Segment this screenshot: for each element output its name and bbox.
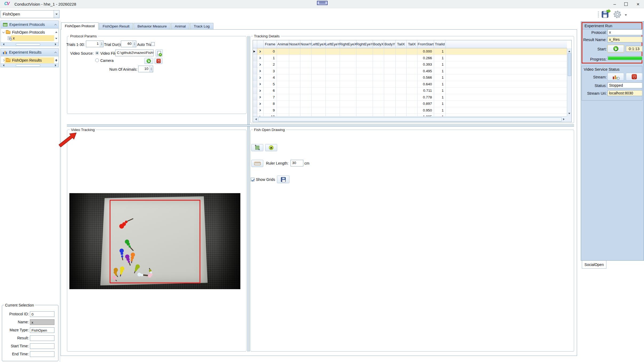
spinner-buttons[interactable] [133, 41, 136, 47]
ruler-button[interactable] [251, 160, 263, 167]
grid-cell[interactable] [340, 94, 356, 101]
run-protocol-field[interactable]: x [607, 29, 642, 35]
grid-cell[interactable]: 5 [264, 81, 277, 88]
grid-cell[interactable]: 4 [264, 74, 277, 81]
grid-cell[interactable] [277, 107, 289, 114]
grid-column-header[interactable]: RightEyeY [356, 40, 373, 48]
protocols-panel-header[interactable]: Experiment Protocols [1, 21, 58, 29]
grid-cell[interactable] [384, 87, 396, 94]
tree-node-fishopen-protocols[interactable]: FishOpen Protocols [1, 29, 58, 35]
grid-column-header[interactable]: TrialId [434, 40, 446, 48]
tree-node-x[interactable]: x [1, 35, 58, 41]
grid-cell[interactable] [289, 107, 300, 114]
grid-cell[interactable] [326, 68, 340, 75]
ruler-length-input[interactable]: 30 [291, 160, 303, 166]
row-selector-cell[interactable] [253, 87, 257, 94]
grid-cell[interactable]: 1 [434, 94, 446, 101]
selection-row-field[interactable]: 0 [30, 311, 54, 317]
run-result-name-field[interactable]: x_Res [607, 37, 642, 42]
grid-cell[interactable] [407, 107, 418, 114]
collapse-chevron-icon[interactable] [54, 24, 57, 26]
row-selector-cell[interactable] [253, 101, 257, 107]
grid-cell[interactable] [312, 114, 326, 116]
tab-behavior-measure[interactable]: Behavior Measure [134, 23, 170, 30]
dock-indicator-icon[interactable] [317, 1, 328, 5]
grid-cell[interactable] [373, 114, 384, 116]
video-play-button[interactable] [144, 58, 153, 64]
grid-cell[interactable] [373, 81, 384, 88]
stream-uri-field[interactable]: localhost:8030 [607, 90, 642, 96]
row-expander-cell[interactable] [257, 94, 264, 101]
scroll-down-icon[interactable] [55, 38, 57, 40]
expander-right-icon[interactable] [259, 83, 261, 85]
grid-cell[interactable]: 0.778 [418, 94, 434, 101]
row-expander-cell[interactable] [257, 48, 264, 55]
grid-cell[interactable] [356, 101, 373, 107]
grid-cell[interactable] [289, 68, 300, 75]
grid-cell[interactable] [396, 107, 407, 114]
grid-cell[interactable] [277, 87, 289, 94]
grid-cell[interactable] [289, 81, 300, 88]
video-tracking-view[interactable] [69, 193, 240, 289]
grid-cell[interactable] [356, 81, 373, 88]
grid-cell[interactable] [384, 68, 396, 75]
grid-cell[interactable] [277, 81, 289, 88]
grid-cell[interactable] [289, 61, 300, 68]
stream-chart-button[interactable] [607, 73, 624, 81]
row-selector-cell[interactable] [253, 94, 257, 101]
scroll-up-icon[interactable] [567, 49, 571, 53]
grid-cell[interactable] [356, 87, 373, 94]
vertical-splitter[interactable] [248, 36, 249, 352]
grid-column-header[interactable]: BodyY [384, 40, 396, 48]
grid-cell[interactable] [396, 101, 407, 107]
grid-cell[interactable] [340, 68, 356, 75]
grid-column-header[interactable]: Frame [264, 40, 277, 48]
grid-cell[interactable] [356, 61, 373, 68]
grid-cell[interactable]: 1 [434, 48, 446, 55]
table-row[interactable]: 90.9501 [253, 107, 567, 114]
grid-cell[interactable] [289, 48, 300, 55]
grid-cell[interactable]: 1 [434, 74, 446, 81]
grid-cell[interactable]: 0.711 [418, 87, 434, 94]
scrollbar-thumb[interactable] [16, 64, 40, 67]
scroll-left-icon[interactable] [2, 43, 4, 45]
row-selector-cell[interactable] [253, 68, 257, 75]
grid-cell[interactable] [396, 114, 407, 116]
grid-cell[interactable]: 7 [264, 94, 277, 101]
expander-right-icon[interactable] [259, 50, 261, 53]
tab-socialopen[interactable]: SocialOpen [582, 261, 606, 269]
grid-column-header[interactable]: Animal [277, 40, 289, 48]
grid-cell[interactable] [407, 81, 418, 88]
tab-animal[interactable]: Animal [171, 23, 189, 30]
grid-cell[interactable] [373, 55, 384, 62]
scroll-left-icon[interactable] [254, 118, 257, 120]
grid-cell[interactable] [300, 48, 312, 55]
row-selector-cell[interactable] [253, 48, 257, 55]
grid-cell[interactable] [384, 55, 396, 62]
grid-cell[interactable] [312, 107, 326, 114]
grid-cell[interactable]: 0.566 [418, 74, 434, 81]
grid-cell[interactable] [384, 94, 396, 101]
grid-cell[interactable]: 0.950 [418, 107, 434, 114]
row-expander-cell[interactable] [257, 107, 264, 114]
grid-cell[interactable]: 0.897 [418, 101, 434, 107]
row-selector-cell[interactable] [253, 114, 257, 116]
grid-cell[interactable] [396, 68, 407, 75]
grid-cell[interactable] [407, 61, 418, 68]
grid-cell[interactable] [407, 101, 418, 107]
row-expander-cell[interactable] [257, 114, 264, 116]
grid-column-header[interactable]: BodyX [373, 40, 384, 48]
minimize-button[interactable]: – [609, 0, 620, 8]
grid-cell[interactable] [356, 48, 373, 55]
grid-cell[interactable] [340, 48, 356, 55]
grid-cell[interactable]: 1 [434, 114, 446, 116]
horizontal-splitter[interactable] [67, 125, 574, 126]
row-selector-cell[interactable] [253, 61, 257, 68]
table-row[interactable]: 10.2661 [253, 55, 567, 62]
grid-cell[interactable] [289, 87, 300, 94]
grid-column-header[interactable]: LeftEyeY [326, 40, 340, 48]
row-selector-cell[interactable] [253, 55, 257, 62]
spinner-buttons[interactable] [149, 66, 153, 72]
grid-cell[interactable] [407, 74, 418, 81]
grid-cell[interactable]: 1 [434, 61, 446, 68]
